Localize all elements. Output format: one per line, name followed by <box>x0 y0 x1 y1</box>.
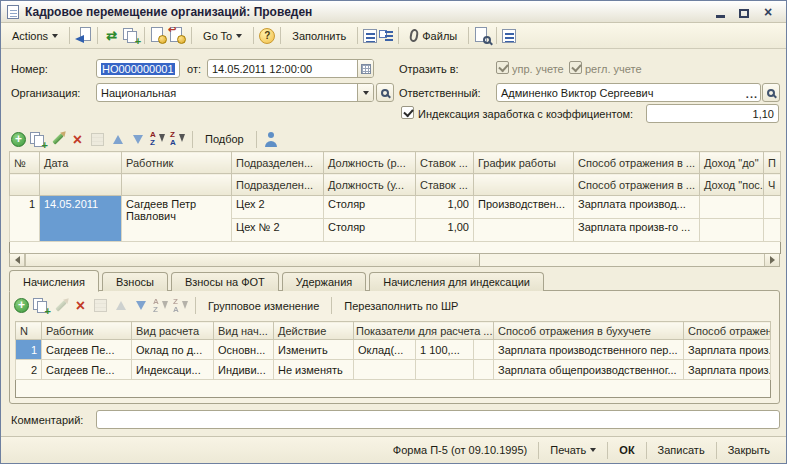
col-position: Должность (р... <box>324 152 416 174</box>
regulated-accounting-label: регл. учете <box>585 63 642 75</box>
cell-rate[interactable]: 1,00 <box>416 196 474 219</box>
delete-row-icon[interactable] <box>69 131 86 148</box>
reread-icon[interactable] <box>103 27 120 44</box>
delete-row-icon[interactable] <box>72 297 89 314</box>
pick-button[interactable]: Подбор <box>199 129 250 149</box>
cell-n[interactable]: 1 <box>16 340 42 360</box>
col-rate: Ставок ... <box>416 152 474 174</box>
col-reflection: Способ отражения в ... <box>574 152 700 174</box>
date-input[interactable]: 14.05.2011 12:00:00 <box>207 59 374 78</box>
cell-reflection[interactable]: Зарплата производ... <box>574 196 700 219</box>
responsible-label: Ответственный: <box>399 87 481 99</box>
refill-button[interactable]: Перезаполнить по ШР <box>338 296 464 316</box>
help-icon[interactable] <box>259 28 275 44</box>
maximize-button[interactable] <box>738 6 750 18</box>
sort-desc-icon[interactable] <box>169 131 186 147</box>
minimize-button[interactable] <box>714 6 726 18</box>
indexation-checkbox[interactable] <box>401 106 414 119</box>
copy-document-icon[interactable]: + <box>122 27 139 44</box>
print-button[interactable]: Печать <box>542 441 604 459</box>
settings-list-icon[interactable] <box>379 29 393 43</box>
employee-icon[interactable] <box>263 131 280 148</box>
fill-button[interactable]: Заполнить <box>286 26 352 46</box>
cell-position[interactable]: Столяр <box>324 196 416 219</box>
date-label: от: <box>187 63 201 75</box>
employees-table: № Дата Работник Подразделен... Должность… <box>9 151 781 254</box>
tab-deductions[interactable]: Удержания <box>282 272 366 291</box>
cell-position-2[interactable]: Столяр <box>324 219 416 242</box>
move-down-icon[interactable] <box>129 131 146 148</box>
comment-input[interactable] <box>96 410 780 429</box>
sort-asc-icon <box>152 298 169 314</box>
close-icon[interactable]: × <box>762 6 774 18</box>
organization-label: Организация: <box>11 87 80 99</box>
header-row: N Работник Вид расчета Вид нач... Действ… <box>16 322 771 340</box>
sort-asc-icon[interactable] <box>149 131 166 147</box>
document-report-icon[interactable] <box>502 29 516 43</box>
col-date: Дата <box>40 152 122 174</box>
cell-income[interactable] <box>700 196 764 219</box>
tab-indexation-accruals[interactable]: Начисления для индексации <box>369 272 544 291</box>
table-row: 1 Сагдеев Пе... Оклад по д... Основн... … <box>16 340 771 360</box>
col-partial: П <box>764 152 781 174</box>
copy-row-icon[interactable]: + <box>32 297 49 314</box>
cell-income-2[interactable] <box>700 219 764 242</box>
management-accounting-checkbox <box>496 61 509 74</box>
header-row-2: Подразделен... Должность (у... Ставок ..… <box>10 174 781 196</box>
add-row-icon[interactable] <box>14 298 29 313</box>
cell-rate-2[interactable]: 1,00 <box>416 219 474 242</box>
cell-num[interactable]: 1 <box>10 196 40 242</box>
sort-desc-icon <box>172 298 189 314</box>
col-accounting: Способ отражения в бухучете <box>494 322 684 340</box>
accruals-tab-page: + Групповое изменение Перезаполнить по Ш… <box>9 290 780 404</box>
move-up-icon[interactable] <box>109 131 126 148</box>
number-label: Номер: <box>11 63 48 75</box>
organization-combo[interactable]: Национальная <box>96 83 374 102</box>
ok-button[interactable]: ОК <box>611 441 642 459</box>
move-down-icon[interactable] <box>132 297 149 314</box>
horizontal-scrollbar[interactable] <box>9 253 780 267</box>
cell-reflection-2[interactable]: Зарплата произв-го ... <box>574 219 700 242</box>
cell-department[interactable]: Цех 2 <box>232 196 324 219</box>
main-toolbar: Actions + ↩ Go To Заполнить Файлы <box>1 23 786 49</box>
scroll-left-button[interactable] <box>10 254 25 266</box>
add-row-icon[interactable] <box>11 132 26 147</box>
tab-accruals[interactable]: Начисления <box>9 270 99 292</box>
tab-contributions[interactable]: Взносы <box>102 272 168 291</box>
indexation-coefficient-input[interactable]: 1,10 <box>646 104 779 123</box>
edit-row-icon[interactable] <box>49 131 66 148</box>
responsible-search-button[interactable] <box>762 83 780 102</box>
cell-n[interactable]: 2 <box>16 360 42 380</box>
responsible-input[interactable]: Админенко Виктор Сергеевич... <box>496 83 761 102</box>
cell-date[interactable]: 14.05.2011 <box>40 196 122 242</box>
post-operational-icon[interactable] <box>150 27 167 44</box>
col-income-before: Доход "до" <box>700 152 764 174</box>
save-button[interactable]: Записать <box>650 441 713 459</box>
print-preview-icon[interactable] <box>474 27 491 44</box>
post-document-icon[interactable] <box>75 27 92 44</box>
document-window: Кадровое перемещение организаций: Провед… <box>0 0 787 464</box>
cell-department-2[interactable]: Цех № 2 <box>232 219 324 242</box>
unpost-icon[interactable]: ↩ <box>169 27 186 44</box>
number-input[interactable]: НО000000001 <box>96 59 180 78</box>
files-button[interactable]: Файлы <box>404 25 463 46</box>
scrollbar-thumb[interactable] <box>25 254 480 266</box>
actions-menu-button[interactable]: Actions <box>6 26 64 46</box>
cell-employee[interactable]: Сагдеев Петр Павлович <box>122 196 232 242</box>
scroll-right-button[interactable] <box>764 254 779 266</box>
tab-contributions-fot[interactable]: Взносы на ФОТ <box>171 272 279 291</box>
close-button[interactable]: Закрыть <box>720 441 778 459</box>
cell-schedule[interactable]: Производствен... <box>474 196 574 219</box>
document-structure-icon[interactable] <box>363 29 377 43</box>
col-num: № <box>10 152 40 174</box>
form-p5-button[interactable]: Форма П-5 (от 09.10.1995) <box>385 441 535 459</box>
group-change-button[interactable]: Групповое изменение <box>202 296 325 316</box>
calendar-picker-button[interactable] <box>357 60 373 77</box>
organization-search-button[interactable] <box>376 83 394 102</box>
copy-row-icon[interactable]: + <box>29 131 46 148</box>
col-department: Подразделен... <box>232 152 324 174</box>
choose-button[interactable]: ... <box>746 88 758 100</box>
cell-schedule-2[interactable] <box>474 219 574 242</box>
goto-menu-button[interactable]: Go To <box>197 26 248 46</box>
dropdown-button[interactable] <box>357 84 373 101</box>
